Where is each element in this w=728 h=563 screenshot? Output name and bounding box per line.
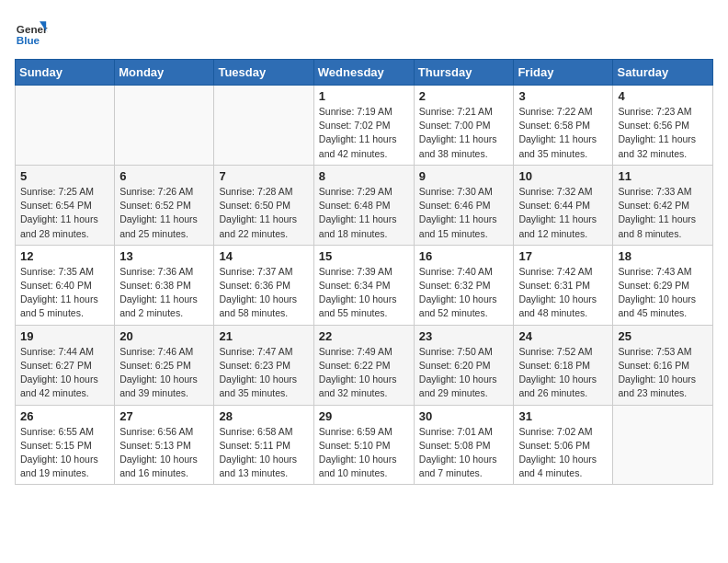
day-number: 22 bbox=[319, 329, 409, 343]
calendar-cell: 31Sunrise: 7:02 AM Sunset: 5:06 PM Dayli… bbox=[514, 405, 613, 485]
day-number: 17 bbox=[518, 249, 608, 263]
calendar-cell: 5Sunrise: 7:25 AM Sunset: 6:54 PM Daylig… bbox=[16, 165, 115, 245]
calendar-cell: 23Sunrise: 7:50 AM Sunset: 6:20 PM Dayli… bbox=[414, 325, 514, 405]
calendar-cell: 25Sunrise: 7:53 AM Sunset: 6:16 PM Dayli… bbox=[613, 325, 713, 405]
day-number: 25 bbox=[618, 329, 708, 343]
calendar-cell: 6Sunrise: 7:26 AM Sunset: 6:52 PM Daylig… bbox=[115, 165, 214, 245]
day-info: Sunrise: 7:29 AM Sunset: 6:48 PM Dayligh… bbox=[319, 185, 409, 241]
day-number: 27 bbox=[119, 409, 209, 423]
weekday-header-saturday: Saturday bbox=[613, 60, 713, 86]
calendar-cell: 21Sunrise: 7:47 AM Sunset: 6:23 PM Dayli… bbox=[214, 325, 313, 405]
day-number: 13 bbox=[119, 249, 209, 263]
day-info: Sunrise: 7:44 AM Sunset: 6:27 PM Dayligh… bbox=[20, 345, 109, 401]
calendar-cell: 10Sunrise: 7:32 AM Sunset: 6:44 PM Dayli… bbox=[514, 165, 613, 245]
calendar-cell: 16Sunrise: 7:40 AM Sunset: 6:32 PM Dayli… bbox=[414, 245, 514, 325]
calendar-cell: 26Sunrise: 6:55 AM Sunset: 5:15 PM Dayli… bbox=[16, 405, 115, 485]
day-info: Sunrise: 6:56 AM Sunset: 5:13 PM Dayligh… bbox=[119, 425, 209, 481]
calendar-cell bbox=[16, 86, 115, 166]
day-info: Sunrise: 7:25 AM Sunset: 6:54 PM Dayligh… bbox=[20, 185, 109, 241]
day-info: Sunrise: 7:52 AM Sunset: 6:18 PM Dayligh… bbox=[518, 345, 608, 401]
day-info: Sunrise: 7:47 AM Sunset: 6:23 PM Dayligh… bbox=[219, 345, 308, 401]
day-info: Sunrise: 7:22 AM Sunset: 6:58 PM Dayligh… bbox=[518, 105, 608, 161]
calendar-cell: 22Sunrise: 7:49 AM Sunset: 6:22 PM Dayli… bbox=[313, 325, 414, 405]
day-number: 4 bbox=[618, 89, 708, 103]
day-number: 6 bbox=[119, 169, 209, 183]
day-number: 23 bbox=[419, 329, 509, 343]
day-number: 5 bbox=[20, 169, 109, 183]
calendar-cell: 17Sunrise: 7:42 AM Sunset: 6:31 PM Dayli… bbox=[514, 245, 613, 325]
day-info: Sunrise: 7:40 AM Sunset: 6:32 PM Dayligh… bbox=[419, 265, 509, 321]
day-info: Sunrise: 7:01 AM Sunset: 5:08 PM Dayligh… bbox=[419, 425, 509, 481]
day-number: 12 bbox=[20, 249, 109, 263]
calendar-cell: 14Sunrise: 7:37 AM Sunset: 6:36 PM Dayli… bbox=[214, 245, 313, 325]
weekday-header-monday: Monday bbox=[115, 60, 214, 86]
day-number: 1 bbox=[319, 89, 409, 103]
calendar-cell: 29Sunrise: 6:59 AM Sunset: 5:10 PM Dayli… bbox=[313, 405, 414, 485]
day-number: 28 bbox=[219, 409, 308, 423]
calendar-cell: 24Sunrise: 7:52 AM Sunset: 6:18 PM Dayli… bbox=[514, 325, 613, 405]
day-info: Sunrise: 7:46 AM Sunset: 6:25 PM Dayligh… bbox=[119, 345, 209, 401]
weekday-header-sunday: Sunday bbox=[16, 60, 115, 86]
day-info: Sunrise: 7:32 AM Sunset: 6:44 PM Dayligh… bbox=[518, 185, 608, 241]
day-number: 20 bbox=[119, 329, 209, 343]
weekday-header-row: SundayMondayTuesdayWednesdayThursdayFrid… bbox=[16, 60, 713, 86]
day-number: 9 bbox=[419, 169, 509, 183]
calendar-cell: 7Sunrise: 7:28 AM Sunset: 6:50 PM Daylig… bbox=[214, 165, 313, 245]
day-info: Sunrise: 7:50 AM Sunset: 6:20 PM Dayligh… bbox=[419, 345, 509, 401]
day-info: Sunrise: 7:26 AM Sunset: 6:52 PM Dayligh… bbox=[119, 185, 209, 241]
day-number: 11 bbox=[618, 169, 708, 183]
day-info: Sunrise: 6:59 AM Sunset: 5:10 PM Dayligh… bbox=[319, 425, 409, 481]
day-info: Sunrise: 7:37 AM Sunset: 6:36 PM Dayligh… bbox=[219, 265, 308, 321]
calendar-cell: 27Sunrise: 6:56 AM Sunset: 5:13 PM Dayli… bbox=[115, 405, 214, 485]
calendar-cell bbox=[214, 86, 313, 166]
page-header: General Blue bbox=[15, 15, 713, 48]
logo-icon: General Blue bbox=[15, 15, 48, 48]
calendar-cell: 9Sunrise: 7:30 AM Sunset: 6:46 PM Daylig… bbox=[414, 165, 514, 245]
day-number: 14 bbox=[219, 249, 308, 263]
calendar-cell: 11Sunrise: 7:33 AM Sunset: 6:42 PM Dayli… bbox=[613, 165, 713, 245]
day-number: 15 bbox=[319, 249, 409, 263]
week-row-4: 19Sunrise: 7:44 AM Sunset: 6:27 PM Dayli… bbox=[16, 325, 713, 405]
day-number: 16 bbox=[419, 249, 509, 263]
day-number: 18 bbox=[618, 249, 708, 263]
week-row-5: 26Sunrise: 6:55 AM Sunset: 5:15 PM Dayli… bbox=[16, 405, 713, 485]
calendar-table: SundayMondayTuesdayWednesdayThursdayFrid… bbox=[15, 59, 713, 485]
day-info: Sunrise: 7:23 AM Sunset: 6:56 PM Dayligh… bbox=[618, 105, 708, 161]
week-row-2: 5Sunrise: 7:25 AM Sunset: 6:54 PM Daylig… bbox=[16, 165, 713, 245]
calendar-cell: 19Sunrise: 7:44 AM Sunset: 6:27 PM Dayli… bbox=[16, 325, 115, 405]
day-info: Sunrise: 6:58 AM Sunset: 5:11 PM Dayligh… bbox=[219, 425, 308, 481]
day-info: Sunrise: 7:43 AM Sunset: 6:29 PM Dayligh… bbox=[618, 265, 708, 321]
calendar-cell: 8Sunrise: 7:29 AM Sunset: 6:48 PM Daylig… bbox=[313, 165, 414, 245]
day-info: Sunrise: 7:35 AM Sunset: 6:40 PM Dayligh… bbox=[20, 265, 109, 321]
day-info: Sunrise: 7:30 AM Sunset: 6:46 PM Dayligh… bbox=[419, 185, 509, 241]
calendar-cell: 20Sunrise: 7:46 AM Sunset: 6:25 PM Dayli… bbox=[115, 325, 214, 405]
day-info: Sunrise: 7:36 AM Sunset: 6:38 PM Dayligh… bbox=[119, 265, 209, 321]
weekday-header-tuesday: Tuesday bbox=[214, 60, 313, 86]
calendar-cell: 13Sunrise: 7:36 AM Sunset: 6:38 PM Dayli… bbox=[115, 245, 214, 325]
day-number: 30 bbox=[419, 409, 509, 423]
day-number: 24 bbox=[518, 329, 608, 343]
day-info: Sunrise: 7:21 AM Sunset: 7:00 PM Dayligh… bbox=[419, 105, 509, 161]
weekday-header-friday: Friday bbox=[514, 60, 613, 86]
day-number: 29 bbox=[319, 409, 409, 423]
day-info: Sunrise: 7:42 AM Sunset: 6:31 PM Dayligh… bbox=[518, 265, 608, 321]
day-info: Sunrise: 6:55 AM Sunset: 5:15 PM Dayligh… bbox=[20, 425, 109, 481]
day-number: 10 bbox=[518, 169, 608, 183]
calendar-cell: 28Sunrise: 6:58 AM Sunset: 5:11 PM Dayli… bbox=[214, 405, 313, 485]
calendar-cell: 12Sunrise: 7:35 AM Sunset: 6:40 PM Dayli… bbox=[16, 245, 115, 325]
day-number: 21 bbox=[219, 329, 308, 343]
weekday-header-thursday: Thursday bbox=[414, 60, 514, 86]
calendar-cell bbox=[613, 405, 713, 485]
logo: General Blue bbox=[15, 15, 48, 48]
calendar-cell: 18Sunrise: 7:43 AM Sunset: 6:29 PM Dayli… bbox=[613, 245, 713, 325]
weekday-header-wednesday: Wednesday bbox=[313, 60, 414, 86]
calendar-cell: 15Sunrise: 7:39 AM Sunset: 6:34 PM Dayli… bbox=[313, 245, 414, 325]
calendar-cell: 1Sunrise: 7:19 AM Sunset: 7:02 PM Daylig… bbox=[313, 86, 414, 166]
day-info: Sunrise: 7:33 AM Sunset: 6:42 PM Dayligh… bbox=[618, 185, 708, 241]
calendar-cell: 4Sunrise: 7:23 AM Sunset: 6:56 PM Daylig… bbox=[613, 86, 713, 166]
day-number: 31 bbox=[518, 409, 608, 423]
day-number: 2 bbox=[419, 89, 509, 103]
week-row-1: 1Sunrise: 7:19 AM Sunset: 7:02 PM Daylig… bbox=[16, 86, 713, 166]
day-info: Sunrise: 7:28 AM Sunset: 6:50 PM Dayligh… bbox=[219, 185, 308, 241]
day-info: Sunrise: 7:02 AM Sunset: 5:06 PM Dayligh… bbox=[518, 425, 608, 481]
